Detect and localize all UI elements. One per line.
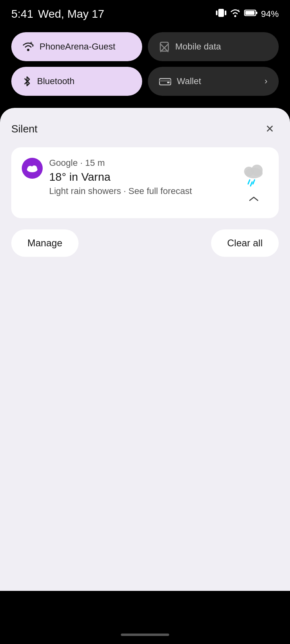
notification-meta: Google · 15 m 18° in Varna Light rain sh… [49, 158, 239, 196]
svg-point-3 [234, 15, 236, 17]
wallet-label: Wallet [177, 76, 201, 87]
close-panel-button[interactable]: ✕ [261, 120, 279, 138]
svg-rect-1 [216, 10, 218, 15]
status-date: Wed, May 17 [38, 8, 104, 21]
mobile-data-label: Mobile data [175, 41, 221, 52]
home-indicator [121, 634, 169, 636]
weather-icon [239, 158, 268, 187]
mobile-data-icon [159, 41, 170, 52]
wifi-status-icon: 6 [230, 8, 241, 20]
svg-line-24 [253, 180, 255, 184]
svg-line-23 [248, 180, 250, 184]
notification-panel: Silent ✕ Google · 15 m [0, 108, 290, 591]
svg-point-22 [251, 165, 263, 176]
wallet-icon [159, 76, 171, 86]
notification-temperature: 18° in Varna [49, 171, 239, 184]
svg-rect-0 [218, 9, 224, 17]
svg-rect-6 [245, 11, 255, 15]
notification-right [239, 158, 268, 208]
battery-percent: 94% [261, 9, 279, 19]
svg-text:✦: ✦ [31, 44, 34, 48]
panel-title: Silent [11, 123, 37, 135]
wifi-toggle[interactable]: 6 ✦ PhoneArena-Guest [11, 32, 142, 61]
bluetooth-label: Bluetooth [37, 76, 75, 87]
notification-card: Google · 15 m 18° in Varna Light rain sh… [11, 147, 279, 218]
svg-text:6: 6 [238, 9, 240, 12]
svg-point-19 [31, 165, 37, 171]
wallet-arrow-icon: › [265, 76, 267, 87]
notification-description: Light rain showers · See full forecast [49, 186, 239, 196]
quick-toggles: 6 ✦ PhoneArena-Guest Mobile data Bluetoo… [0, 26, 290, 108]
svg-rect-11 [160, 42, 168, 51]
wallet-toggle[interactable]: Wallet › [148, 67, 279, 96]
manage-button[interactable]: Manage [11, 229, 79, 257]
svg-line-25 [251, 182, 252, 186]
notification-left: Google · 15 m 18° in Varna Light rain sh… [22, 158, 239, 196]
wifi-toggle-label: PhoneArena-Guest [39, 41, 115, 52]
svg-point-8 [27, 49, 29, 51]
vibrate-icon [216, 7, 226, 21]
google-app-icon [22, 158, 43, 179]
clear-all-button[interactable]: Clear all [211, 229, 279, 257]
svg-rect-15 [160, 80, 171, 82]
status-bar: 5:41 Wed, May 17 6 [0, 0, 290, 26]
battery-icon [244, 9, 258, 19]
wifi-toggle-icon: 6 ✦ [23, 42, 34, 52]
panel-header: Silent ✕ [11, 120, 279, 138]
svg-rect-16 [167, 82, 170, 83]
svg-rect-7 [256, 12, 257, 14]
action-buttons: Manage Clear all [11, 229, 279, 257]
bluetooth-icon [23, 76, 31, 87]
notification-app-name: Google · 15 m [49, 158, 239, 168]
bluetooth-toggle[interactable]: Bluetooth [11, 67, 142, 96]
notification-expand-button[interactable] [245, 190, 263, 208]
svg-rect-2 [225, 10, 226, 15]
notification-top-row: Google · 15 m 18° in Varna Light rain sh… [22, 158, 268, 208]
status-icons: 6 94% [216, 7, 279, 21]
status-time: 5:41 [11, 8, 33, 21]
mobile-data-toggle[interactable]: Mobile data [148, 32, 279, 61]
